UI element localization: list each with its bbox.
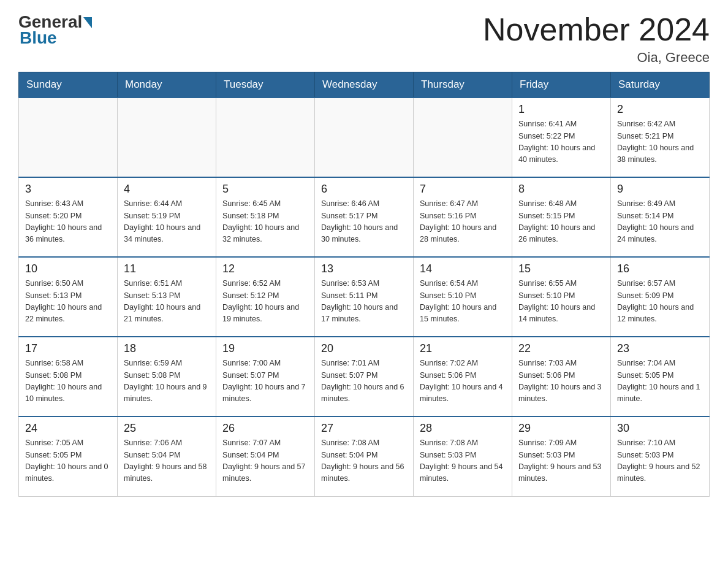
- week-row-1: 1Sunrise: 6:41 AMSunset: 5:22 PMDaylight…: [19, 98, 710, 177]
- day-number: 14: [420, 262, 506, 275]
- calendar-cell: 15Sunrise: 6:55 AMSunset: 5:10 PMDayligh…: [512, 257, 611, 337]
- calendar-cell: 22Sunrise: 7:03 AMSunset: 5:06 PMDayligh…: [512, 337, 611, 416]
- day-info: Sunrise: 7:01 AMSunset: 5:07 PMDaylight:…: [321, 358, 407, 405]
- calendar-cell: 5Sunrise: 6:45 AMSunset: 5:18 PMDaylight…: [216, 177, 315, 257]
- day-number: 4: [124, 183, 210, 196]
- calendar-cell: 18Sunrise: 6:59 AMSunset: 5:08 PMDayligh…: [118, 337, 216, 416]
- week-row-4: 17Sunrise: 6:58 AMSunset: 5:08 PMDayligh…: [19, 337, 710, 416]
- calendar-cell: 13Sunrise: 6:53 AMSunset: 5:11 PMDayligh…: [315, 257, 414, 337]
- weekday-header-tuesday: Tuesday: [216, 72, 315, 98]
- day-number: 22: [518, 342, 604, 355]
- day-number: 2: [617, 103, 703, 116]
- day-number: 26: [222, 422, 308, 435]
- day-info: Sunrise: 6:58 AMSunset: 5:08 PMDaylight:…: [25, 358, 111, 405]
- day-number: 7: [420, 183, 506, 196]
- calendar-cell: 27Sunrise: 7:08 AMSunset: 5:04 PMDayligh…: [315, 416, 414, 496]
- calendar-cell: 8Sunrise: 6:48 AMSunset: 5:15 PMDaylight…: [512, 177, 611, 257]
- day-info: Sunrise: 6:46 AMSunset: 5:17 PMDaylight:…: [321, 198, 407, 246]
- day-info: Sunrise: 6:54 AMSunset: 5:10 PMDaylight:…: [420, 278, 506, 326]
- day-number: 6: [321, 183, 407, 196]
- calendar-cell: 14Sunrise: 6:54 AMSunset: 5:10 PMDayligh…: [414, 257, 512, 337]
- day-info: Sunrise: 7:04 AMSunset: 5:05 PMDaylight:…: [617, 358, 703, 405]
- calendar-cell: 9Sunrise: 6:49 AMSunset: 5:14 PMDaylight…: [611, 177, 710, 257]
- calendar-cell: 24Sunrise: 7:05 AMSunset: 5:05 PMDayligh…: [19, 416, 118, 496]
- calendar-cell: 12Sunrise: 6:52 AMSunset: 5:12 PMDayligh…: [216, 257, 315, 337]
- day-info: Sunrise: 7:00 AMSunset: 5:07 PMDaylight:…: [222, 358, 308, 405]
- day-number: 1: [518, 103, 604, 116]
- day-info: Sunrise: 6:59 AMSunset: 5:08 PMDaylight:…: [124, 358, 210, 405]
- week-row-5: 24Sunrise: 7:05 AMSunset: 5:05 PMDayligh…: [19, 416, 710, 496]
- day-info: Sunrise: 6:45 AMSunset: 5:18 PMDaylight:…: [222, 198, 308, 246]
- day-number: 27: [321, 422, 407, 435]
- day-number: 17: [25, 342, 111, 355]
- calendar-table: SundayMondayTuesdayWednesdayThursdayFrid…: [18, 72, 710, 497]
- calendar-cell: 7Sunrise: 6:47 AMSunset: 5:16 PMDaylight…: [414, 177, 512, 257]
- day-number: 13: [321, 262, 407, 275]
- weekday-header-monday: Monday: [118, 72, 216, 98]
- calendar-cell: [118, 98, 216, 177]
- calendar-cell: 10Sunrise: 6:50 AMSunset: 5:13 PMDayligh…: [19, 257, 118, 337]
- calendar-cell: 3Sunrise: 6:43 AMSunset: 5:20 PMDaylight…: [19, 177, 118, 257]
- day-info: Sunrise: 6:57 AMSunset: 5:09 PMDaylight:…: [617, 278, 703, 326]
- calendar-cell: 4Sunrise: 6:44 AMSunset: 5:19 PMDaylight…: [118, 177, 216, 257]
- day-info: Sunrise: 6:47 AMSunset: 5:16 PMDaylight:…: [420, 198, 506, 246]
- day-number: 5: [222, 183, 308, 196]
- day-info: Sunrise: 7:08 AMSunset: 5:04 PMDaylight:…: [321, 437, 407, 485]
- day-info: Sunrise: 6:53 AMSunset: 5:11 PMDaylight:…: [321, 278, 407, 326]
- day-info: Sunrise: 7:06 AMSunset: 5:04 PMDaylight:…: [124, 437, 210, 485]
- logo: General Blue: [18, 12, 92, 48]
- calendar-cell: 30Sunrise: 7:10 AMSunset: 5:03 PMDayligh…: [611, 416, 710, 496]
- day-info: Sunrise: 6:48 AMSunset: 5:15 PMDaylight:…: [518, 198, 604, 246]
- day-number: 29: [518, 422, 604, 435]
- day-info: Sunrise: 7:07 AMSunset: 5:04 PMDaylight:…: [222, 437, 308, 485]
- week-row-3: 10Sunrise: 6:50 AMSunset: 5:13 PMDayligh…: [19, 257, 710, 337]
- day-info: Sunrise: 6:42 AMSunset: 5:21 PMDaylight:…: [617, 118, 703, 166]
- calendar-cell: 17Sunrise: 6:58 AMSunset: 5:08 PMDayligh…: [19, 337, 118, 416]
- month-title: November 2024: [483, 12, 710, 47]
- logo-arrow-icon: [83, 17, 92, 28]
- day-number: 19: [222, 342, 308, 355]
- day-number: 21: [420, 342, 506, 355]
- day-number: 15: [518, 262, 604, 275]
- day-number: 16: [617, 262, 703, 275]
- day-info: Sunrise: 7:05 AMSunset: 5:05 PMDaylight:…: [25, 437, 111, 485]
- page-header: General Blue November 2024 Oia, Greece: [18, 12, 710, 66]
- calendar-cell: [216, 98, 315, 177]
- day-number: 18: [124, 342, 210, 355]
- day-number: 20: [321, 342, 407, 355]
- weekday-header-friday: Friday: [512, 72, 611, 98]
- calendar-cell: [414, 98, 512, 177]
- calendar-cell: 2Sunrise: 6:42 AMSunset: 5:21 PMDaylight…: [611, 98, 710, 177]
- calendar-cell: 20Sunrise: 7:01 AMSunset: 5:07 PMDayligh…: [315, 337, 414, 416]
- calendar-cell: 26Sunrise: 7:07 AMSunset: 5:04 PMDayligh…: [216, 416, 315, 496]
- day-info: Sunrise: 7:08 AMSunset: 5:03 PMDaylight:…: [420, 437, 506, 485]
- day-number: 10: [25, 262, 111, 275]
- day-number: 25: [124, 422, 210, 435]
- weekday-header-wednesday: Wednesday: [315, 72, 414, 98]
- weekday-header-thursday: Thursday: [414, 72, 512, 98]
- day-info: Sunrise: 7:03 AMSunset: 5:06 PMDaylight:…: [518, 358, 604, 405]
- day-info: Sunrise: 6:50 AMSunset: 5:13 PMDaylight:…: [25, 278, 111, 326]
- title-section: November 2024 Oia, Greece: [483, 12, 710, 66]
- calendar-cell: 29Sunrise: 7:09 AMSunset: 5:03 PMDayligh…: [512, 416, 611, 496]
- day-number: 3: [25, 183, 111, 196]
- location-title: Oia, Greece: [483, 50, 710, 66]
- day-info: Sunrise: 6:51 AMSunset: 5:13 PMDaylight:…: [124, 278, 210, 326]
- day-number: 30: [617, 422, 703, 435]
- day-info: Sunrise: 6:49 AMSunset: 5:14 PMDaylight:…: [617, 198, 703, 246]
- calendar-cell: 19Sunrise: 7:00 AMSunset: 5:07 PMDayligh…: [216, 337, 315, 416]
- day-number: 8: [518, 183, 604, 196]
- logo-blue-text: Blue: [20, 28, 57, 48]
- day-info: Sunrise: 6:43 AMSunset: 5:20 PMDaylight:…: [25, 198, 111, 246]
- day-info: Sunrise: 7:02 AMSunset: 5:06 PMDaylight:…: [420, 358, 506, 405]
- weekday-header-sunday: Sunday: [19, 72, 118, 98]
- calendar-cell: 28Sunrise: 7:08 AMSunset: 5:03 PMDayligh…: [414, 416, 512, 496]
- calendar-header-row: SundayMondayTuesdayWednesdayThursdayFrid…: [19, 72, 710, 98]
- calendar-cell: 23Sunrise: 7:04 AMSunset: 5:05 PMDayligh…: [611, 337, 710, 416]
- day-number: 23: [617, 342, 703, 355]
- calendar-cell: 21Sunrise: 7:02 AMSunset: 5:06 PMDayligh…: [414, 337, 512, 416]
- day-info: Sunrise: 7:10 AMSunset: 5:03 PMDaylight:…: [617, 437, 703, 485]
- day-info: Sunrise: 6:55 AMSunset: 5:10 PMDaylight:…: [518, 278, 604, 326]
- day-number: 9: [617, 183, 703, 196]
- calendar-cell: 6Sunrise: 6:46 AMSunset: 5:17 PMDaylight…: [315, 177, 414, 257]
